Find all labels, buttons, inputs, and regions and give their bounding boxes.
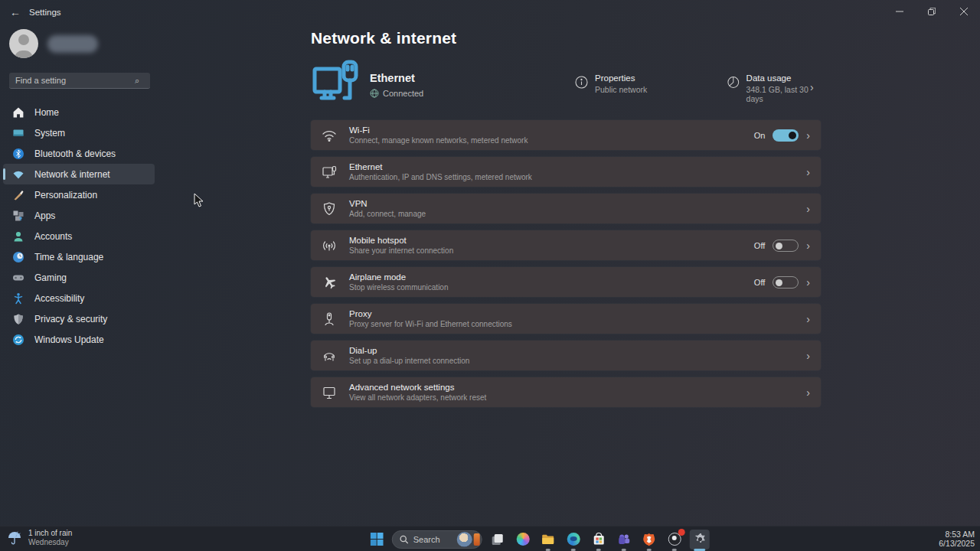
start-button[interactable] <box>367 530 387 549</box>
row-subtitle: Connect, manage known networks, metered … <box>349 136 754 145</box>
sidebar-item-apps[interactable]: Apps <box>3 205 155 226</box>
search-icon: ⌕ <box>135 76 150 86</box>
weather-widget[interactable]: 1 inch of rain Wednesday <box>6 529 72 546</box>
settings-search[interactable]: ⌕ <box>9 73 150 89</box>
shield-icon <box>12 313 24 325</box>
row-advanced-network-settings[interactable]: Advanced network settings View all netwo… <box>311 377 821 407</box>
hotspot-toggle-label: Off <box>754 241 765 250</box>
restore-button[interactable] <box>916 0 948 23</box>
sidebar-item-label: Windows Update <box>34 334 104 345</box>
user-name-redacted <box>47 35 98 53</box>
properties-block[interactable]: Properties Public network <box>575 73 647 94</box>
data-usage-block[interactable]: Data usage 348.1 GB, last 30 days <box>727 73 821 103</box>
row-subtitle: Set up a dial-up internet connection <box>349 357 806 365</box>
hotspot-icon <box>321 237 338 254</box>
sidebar-item-label: Bluetooth & devices <box>34 148 116 159</box>
properties-title: Properties <box>595 73 647 83</box>
close-button[interactable] <box>948 0 980 23</box>
chevron-right-icon: › <box>806 130 810 141</box>
user-profile[interactable] <box>9 29 98 58</box>
monitor-icon <box>321 384 338 401</box>
clock-time: 8:53 AM <box>939 530 975 539</box>
row-ethernet[interactable]: Ethernet Authentication, IP and DNS sett… <box>311 157 821 187</box>
info-icon <box>575 76 588 89</box>
row-mobile-hotspot[interactable]: Mobile hotspot Share your internet conne… <box>311 230 821 260</box>
accessibility-icon <box>12 292 24 305</box>
close-icon <box>960 8 968 15</box>
apps-icon <box>12 210 24 222</box>
chevron-right-icon: › <box>806 277 810 288</box>
row-title: VPN <box>349 199 806 208</box>
row-dial-up[interactable]: Dial-up Set up a dial-up internet connec… <box>311 341 821 370</box>
copilot-button[interactable] <box>513 530 533 549</box>
teams-button[interactable] <box>614 530 634 549</box>
sidebar-item-time-language[interactable]: Time & language <box>3 246 155 267</box>
sidebar-item-windows-update[interactable]: Windows Update <box>3 329 155 350</box>
chevron-right-icon: › <box>806 204 810 214</box>
teams-icon <box>617 533 630 546</box>
settings-list: Wi-Fi Connect, manage known networks, me… <box>311 120 821 407</box>
pie-chart-icon <box>727 76 740 89</box>
restore-icon <box>928 8 936 15</box>
microsoft-store-button[interactable] <box>589 530 609 549</box>
row-title: Ethernet <box>349 162 806 171</box>
edge-button[interactable] <box>564 530 583 549</box>
row-subtitle: Add, connect, manage <box>349 210 806 218</box>
sidebar-item-network-internet[interactable]: Network & internet <box>3 164 155 184</box>
row-airplane-mode[interactable]: Airplane mode Stop wireless communicatio… <box>311 267 821 297</box>
settings-button[interactable] <box>690 530 710 549</box>
obs-button[interactable] <box>665 530 684 549</box>
back-icon: ← <box>10 6 21 18</box>
sidebar-item-privacy-security[interactable]: Privacy & security <box>3 308 155 329</box>
sidebar: ⌕ Home System Bluetooth & devices Networ… <box>0 24 161 526</box>
row-proxy[interactable]: Proxy Proxy server for Wi-Fi and Etherne… <box>311 304 821 334</box>
sidebar-item-label: Accounts <box>34 231 72 242</box>
sidebar-item-personalization[interactable]: Personalization <box>3 184 155 205</box>
wifi-toggle[interactable] <box>773 129 799 142</box>
sidebar-item-label: Network & internet <box>34 169 110 180</box>
file-explorer-button[interactable] <box>538 530 558 549</box>
chevron-right-icon: › <box>806 314 810 324</box>
row-title: Mobile hotspot <box>349 236 754 245</box>
sidebar-item-system[interactable]: System <box>3 122 155 143</box>
chevron-right-icon: › <box>806 240 810 251</box>
sidebar-item-label: System <box>34 128 65 139</box>
search-input[interactable] <box>9 76 135 85</box>
hotspot-toggle[interactable] <box>773 240 799 252</box>
row-wifi[interactable]: Wi-Fi Connect, manage known networks, me… <box>311 120 821 150</box>
bluetooth-icon <box>12 148 24 160</box>
row-title: Dial-up <box>349 346 806 355</box>
connection-status: Connected <box>383 89 423 98</box>
brush-icon <box>12 189 24 201</box>
properties-subtitle: Public network <box>595 85 647 94</box>
sidebar-item-gaming[interactable]: Gaming <box>3 267 155 288</box>
taskbar-clock[interactable]: 8:53 AM 6/13/2025 <box>939 530 975 548</box>
chevron-right-icon: › <box>806 350 810 361</box>
sidebar-item-home[interactable]: Home <box>3 102 155 122</box>
sidebar-item-label: Accessibility <box>34 293 84 304</box>
sidebar-item-label: Privacy & security <box>34 314 107 324</box>
app-title: Settings <box>29 8 61 17</box>
airplane-icon <box>321 274 338 291</box>
row-subtitle: Authentication, IP and DNS settings, met… <box>349 173 806 181</box>
weather-headline: 1 inch of rain <box>28 529 72 537</box>
task-view-button[interactable] <box>488 530 508 549</box>
system-icon <box>12 127 24 139</box>
edge-icon <box>567 533 580 546</box>
data-usage-chevron-icon[interactable]: › <box>810 81 814 93</box>
sidebar-item-accessibility[interactable]: Accessibility <box>3 288 155 308</box>
brave-button[interactable] <box>639 530 659 549</box>
minimize-button[interactable] <box>884 0 916 23</box>
airplane-toggle[interactable] <box>773 276 799 289</box>
taskbar-center: Search <box>367 527 710 551</box>
back-button[interactable]: ← <box>3 2 28 23</box>
clock-date: 6/13/2025 <box>939 539 975 548</box>
row-vpn[interactable]: VPN Add, connect, manage › <box>311 194 821 223</box>
chevron-right-icon: › <box>806 387 810 398</box>
sidebar-item-accounts[interactable]: Accounts <box>3 226 155 246</box>
row-title: Proxy <box>349 309 806 318</box>
microsoft-store-icon <box>592 533 605 546</box>
taskbar-search[interactable]: Search <box>392 530 482 549</box>
account-icon <box>12 230 24 243</box>
sidebar-item-bluetooth-devices[interactable]: Bluetooth & devices <box>3 143 155 164</box>
